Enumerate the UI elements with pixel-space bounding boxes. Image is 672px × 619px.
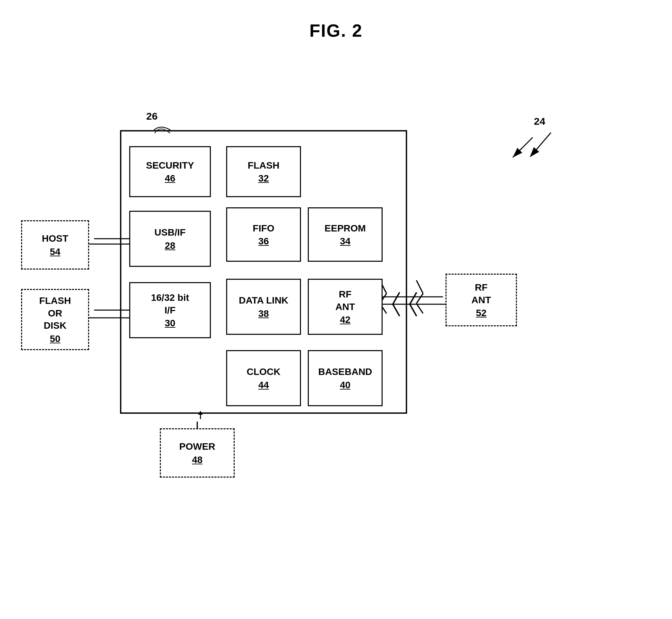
baseband-label: BASEBAND — [318, 366, 372, 378]
rf-ant-ext-label: RFANT — [471, 281, 491, 306]
rf-ant-inner-label: RFANT — [335, 288, 355, 313]
power-num: 48 — [192, 454, 202, 465]
flash-disk-block: FLASH OR DISK 50 — [21, 289, 89, 350]
svg-line-14 — [416, 304, 423, 313]
flash-disk-label: FLASH OR DISK — [39, 295, 71, 332]
connectors-svg — [0, 54, 672, 619]
flash-disk-num: 50 — [50, 333, 60, 344]
ref-24: 24 — [534, 116, 545, 127]
svg-line-13 — [416, 293, 423, 303]
security-num: 46 — [165, 173, 175, 184]
security-label: SECURITY — [146, 159, 194, 172]
flash-block: FLASH 32 — [226, 146, 301, 197]
bit1632-block: 16/32 bit I/F 30 — [129, 282, 211, 338]
datalink-block: DATA LINK 38 — [226, 279, 301, 335]
detail-connectors — [0, 54, 672, 619]
clock-block: CLOCK 44 — [226, 350, 301, 406]
rf-ant-inner-block: RFANT 42 — [308, 279, 383, 335]
fifo-block: FIFO 36 — [226, 207, 301, 262]
flash-num: 32 — [258, 173, 269, 184]
host-block: HOST 54 — [21, 220, 89, 270]
security-block: SECURITY 46 — [129, 146, 211, 197]
clock-num: 44 — [258, 380, 269, 391]
rf-ant-inner-num: 42 — [340, 314, 350, 325]
svg-line-12 — [416, 280, 423, 293]
eeprom-block: EEPROM 34 — [308, 207, 383, 262]
rf-ant-ext-num: 52 — [476, 308, 486, 319]
fifo-num: 36 — [258, 236, 269, 247]
usb-if-num: 28 — [165, 240, 175, 251]
host-num: 54 — [50, 246, 60, 257]
power-label: POWER — [179, 441, 215, 453]
baseband-num: 40 — [340, 380, 350, 391]
usb-if-label: USB/IF — [154, 226, 186, 239]
diagram-container: 26 24 SECURITY 46 FLASH 32 USB/IF 28 FIF… — [0, 54, 672, 619]
host-label: HOST — [42, 233, 68, 245]
baseband-block: BASEBAND 40 — [308, 350, 383, 406]
clock-label: CLOCK — [247, 366, 281, 378]
fifo-label: FIFO — [253, 222, 274, 235]
datalink-label: DATA LINK — [239, 294, 288, 307]
page-title: FIG. 2 — [0, 0, 672, 41]
svg-marker-6 — [198, 411, 203, 415]
power-block: POWER 48 — [160, 428, 235, 478]
usb-if-block: USB/IF 28 — [129, 211, 211, 267]
bit1632-label: 16/32 bit I/F — [151, 292, 189, 316]
flash-label: FLASH — [248, 159, 279, 172]
eeprom-label: EEPROM — [324, 222, 366, 235]
datalink-num: 38 — [258, 308, 269, 319]
svg-line-8 — [513, 137, 533, 157]
eeprom-num: 34 — [340, 236, 350, 247]
svg-line-24 — [531, 133, 551, 156]
bit1632-num: 30 — [165, 318, 175, 329]
rf-ant-ext-block: RFANT 52 — [446, 274, 517, 326]
ref-26: 26 — [146, 110, 157, 122]
